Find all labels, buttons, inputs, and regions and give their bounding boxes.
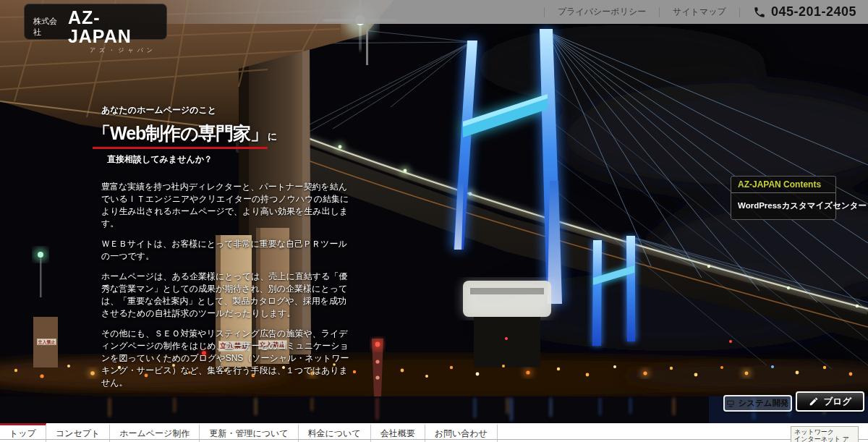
hero-subline: 直接相談してみませんか？ [107, 153, 353, 166]
hero-headline-main: 「Web制作の専門家」 [93, 122, 268, 149]
hero-body: 豊富な実績を持つ社内ディレクターと、パートナー契約を結んでいるＩＴエンジニアやク… [101, 181, 353, 389]
system-development-label: システム開発 [738, 398, 788, 409]
no-entry-sign: 立入禁止 [37, 339, 56, 345]
tooltip-line-1: ネットワーク [794, 428, 855, 435]
wordpress-customize-center-link[interactable]: WordPressカスタマイズセンター [731, 193, 835, 219]
hero-paragraph: ＷＥＢサイトは、お客様にとって非常に重要な自己ＰＲツールの一つです。 [101, 238, 353, 263]
pencil-icon [809, 396, 819, 407]
sitemap-link[interactable]: サイトマップ [673, 6, 726, 18]
blog-label: ブログ [824, 396, 851, 408]
contents-box: AZ-JAPAN Contents WordPressカスタマイズセンター [731, 176, 836, 220]
divider [544, 7, 545, 17]
hero-headline: 「Web制作の専門家」に [93, 119, 353, 149]
nav-bottom-hairline [0, 439, 868, 440]
contents-box-title: AZ-JAPAN Contents [731, 177, 835, 193]
phone-number: 045-201-2405 [771, 4, 856, 20]
divider [659, 7, 660, 17]
page: 立入禁止 立入禁止 立入禁止 プライバシーポリシー サイトマップ 045-201… [0, 0, 868, 442]
hero-section: あなたのホームページのこと 「Web制作の専門家」に 直接相談してみませんか？ … [101, 104, 353, 397]
tooltip-line-2: インターネット アクセス [794, 435, 855, 442]
network-tooltip: ネットワーク インターネット アクセス [791, 426, 859, 442]
phone-icon [753, 6, 766, 19]
company-prefix: 株式会社 [33, 16, 64, 38]
phone-contact[interactable]: 045-201-2405 [753, 4, 856, 20]
blog-button[interactable]: ブログ [796, 391, 864, 412]
hero-paragraph: その他にも、ＳＥＯ対策やリスティング広告の施策や、ライディングページの制作をはじ… [101, 328, 353, 389]
site-logo[interactable]: 株式会社 AZ-JAPAN アズ・ジャパン [24, 4, 167, 40]
hero-paragraph: ホームページは、ある企業様にとっては、売上に直結する「優秀な営業マン」としての成… [101, 271, 353, 320]
divider [739, 7, 740, 17]
privacy-policy-link[interactable]: プライバシーポリシー [558, 6, 646, 18]
hero-paragraph: 豊富な実績を持つ社内ディレクターと、パートナー契約を結んでいるＩＴエンジニアやク… [101, 181, 353, 230]
system-development-icon [726, 399, 735, 408]
hero-headline-suffix: に [268, 131, 277, 142]
company-kana: アズ・ジャパン [33, 46, 159, 54]
company-name: AZ-JAPAN [68, 8, 159, 46]
system-development-button[interactable]: システム開発 [723, 395, 792, 412]
hero-kicker: あなたのホームページのこと [101, 104, 353, 116]
